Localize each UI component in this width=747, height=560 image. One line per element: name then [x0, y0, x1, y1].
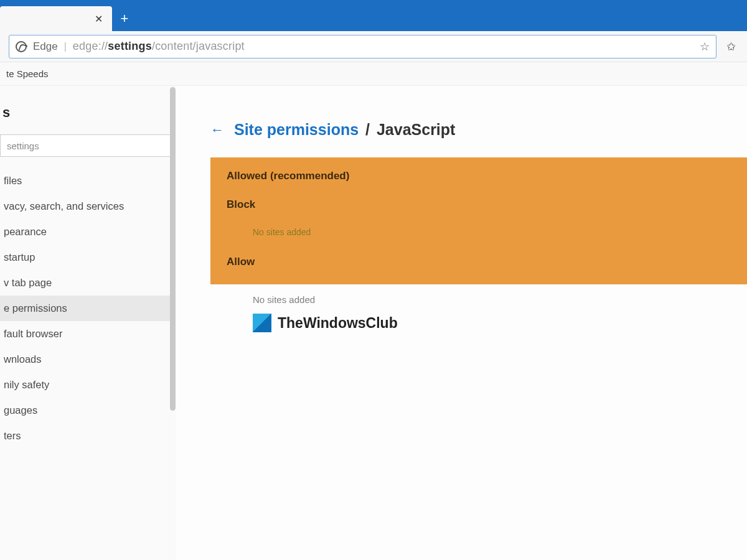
sidebar-item-default-browser[interactable]: fault browser: [0, 321, 176, 347]
address-bar: Edge | edge://settings/content/javascrip…: [0, 31, 747, 62]
close-icon[interactable]: ✕: [92, 12, 105, 25]
search-settings-input[interactable]: settings: [0, 134, 172, 157]
block-section-header: Block: [227, 198, 747, 211]
breadcrumb-separator: /: [365, 121, 370, 138]
sidebar-item-startup[interactable]: startup: [0, 245, 176, 270]
tab-strip: ✕ +: [0, 0, 747, 31]
bookmarks-bar: te Speeds: [0, 62, 747, 86]
sidebar-items: files vacy, search, and services pearanc…: [0, 168, 176, 449]
content-area: s settings files vacy, search, and servi…: [0, 86, 747, 560]
allowed-toggle-row[interactable]: Allowed (recommended): [227, 170, 747, 182]
block-empty-text: No sites added: [253, 227, 747, 237]
brand-text: TheWindowsClub: [278, 315, 398, 332]
search-placeholder: settings: [7, 141, 39, 151]
breadcrumb: ← Site permissions / JavaScript: [210, 121, 747, 139]
sidebar-heading: s: [0, 105, 176, 121]
allow-empty-text: No sites added: [253, 294, 747, 305]
browser-tab[interactable]: ✕: [0, 6, 112, 31]
edge-icon: [16, 41, 27, 52]
bookmark-item[interactable]: te Speeds: [6, 68, 49, 79]
breadcrumb-link[interactable]: Site permissions: [234, 121, 359, 138]
app-label: Edge: [33, 40, 58, 53]
settings-sidebar: s settings files vacy, search, and servi…: [0, 86, 176, 560]
allow-section-header: Allow: [227, 256, 747, 268]
favorite-star-icon[interactable]: ☆: [700, 40, 710, 54]
highlight-panel: Allowed (recommended) Block No sites add…: [210, 157, 747, 284]
scrollbar[interactable]: [170, 87, 176, 411]
main-panel: ← Site permissions / JavaScript Allowed …: [176, 86, 747, 560]
sidebar-item-family-safety[interactable]: nily safety: [0, 372, 176, 398]
watermark: TheWindowsClub: [253, 314, 747, 332]
sidebar-item-downloads[interactable]: wnloads: [0, 347, 176, 372]
sidebar-item-site-permissions[interactable]: e permissions: [0, 296, 176, 321]
favorites-icon[interactable]: ✩: [724, 40, 738, 54]
url-text: edge://settings/content/javascript: [73, 40, 245, 53]
separator: |: [64, 41, 67, 52]
breadcrumb-current: JavaScript: [377, 121, 455, 138]
sidebar-item-printers[interactable]: ters: [0, 423, 176, 449]
new-tab-button[interactable]: +: [112, 6, 137, 31]
sidebar-item-languages[interactable]: guages: [0, 398, 176, 423]
omnibox[interactable]: Edge | edge://settings/content/javascrip…: [9, 35, 716, 58]
brand-logo-icon: [253, 314, 271, 332]
back-arrow-icon[interactable]: ←: [210, 122, 224, 138]
sidebar-item-appearance[interactable]: pearance: [0, 219, 176, 245]
sidebar-item-profiles[interactable]: files: [0, 168, 176, 194]
sidebar-item-privacy[interactable]: vacy, search, and services: [0, 194, 176, 219]
sidebar-item-newtab[interactable]: v tab page: [0, 270, 176, 296]
